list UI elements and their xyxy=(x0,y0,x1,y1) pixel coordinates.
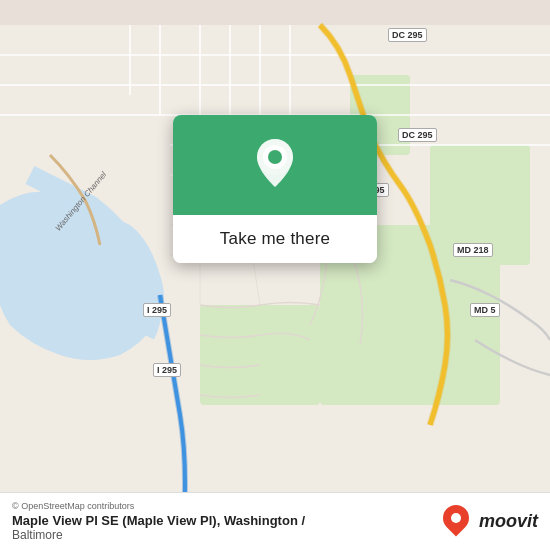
road-label-md218: MD 218 xyxy=(453,243,493,257)
attribution-bar: © OpenStreetMap contributors Maple View … xyxy=(0,492,550,550)
svg-point-23 xyxy=(268,150,282,164)
location-pin-icon xyxy=(250,135,300,195)
moovit-logo[interactable]: moovit xyxy=(443,505,538,539)
location-sub: Baltimore xyxy=(12,528,305,542)
road-label-dc295-mid: DC 295 xyxy=(398,128,437,142)
road-label-md5: MD 5 xyxy=(470,303,500,317)
map-container: Washington Channel DC 295 DC 295 DC 295 … xyxy=(0,0,550,550)
location-card: Take me there xyxy=(173,115,377,263)
map-background: Washington Channel xyxy=(0,0,550,550)
moovit-text: moovit xyxy=(479,511,538,532)
road-label-i295-upper: I 295 xyxy=(143,303,171,317)
attribution-left: © OpenStreetMap contributors Maple View … xyxy=(12,501,305,542)
road-label-i295-lower: I 295 xyxy=(153,363,181,377)
road-label-dc295-top: DC 295 xyxy=(388,28,427,42)
take-me-there-button[interactable]: Take me there xyxy=(173,215,377,263)
location-name: Maple View Pl SE (Maple View Pl), Washin… xyxy=(12,513,305,528)
card-map-thumbnail xyxy=(173,115,377,215)
svg-rect-2 xyxy=(200,305,320,405)
osm-credit: © OpenStreetMap contributors xyxy=(12,501,305,511)
